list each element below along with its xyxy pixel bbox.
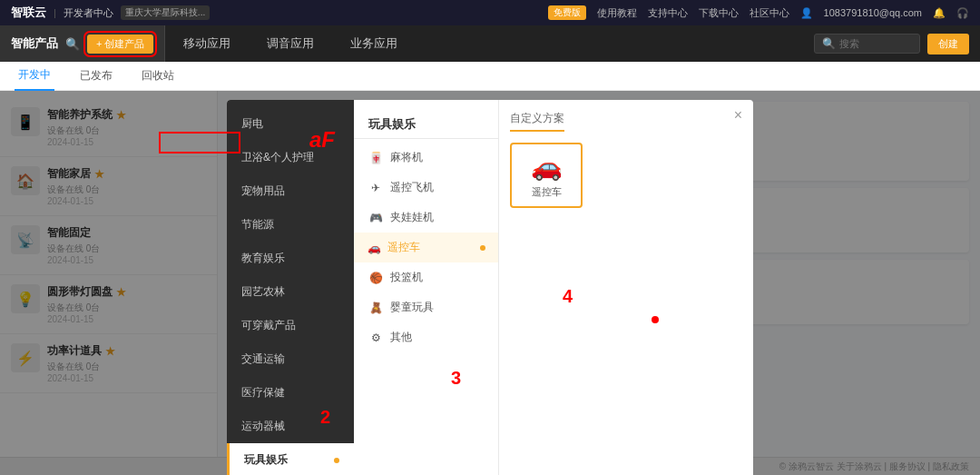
- sub-cat-claw[interactable]: 🎮 夹娃娃机: [354, 203, 498, 233]
- main-content: 📱 智能养护系统 ★ 设备在线 0台 2024-01-15 🏠 智能家居 ★ 设…: [0, 91, 980, 475]
- separator: |: [54, 7, 56, 18]
- cat-item-pet[interactable]: 宠物用品: [227, 174, 354, 208]
- user-icon: 👤: [800, 7, 813, 19]
- user-email[interactable]: 1083791810@qq.com: [824, 7, 922, 18]
- cat-item-toys[interactable]: 玩具娱乐: [227, 443, 354, 475]
- rc-car-label-row: 遥控车: [387, 240, 485, 255]
- rc-car-icon: 🚗: [367, 241, 382, 255]
- modal-close-button[interactable]: ×: [734, 107, 742, 124]
- cat-item-energy[interactable]: 节能源: [227, 208, 354, 242]
- sub-cat-plane[interactable]: ✈ 遥控飞机: [354, 173, 498, 203]
- cat-item-transport[interactable]: 交通运输: [227, 342, 354, 376]
- community-link[interactable]: 社区中心: [750, 6, 789, 20]
- sub-cat-other[interactable]: ⚙ 其他: [354, 322, 498, 352]
- nav-bar: 智能产品 🔍 + 创建产品 移动应用 调音应用 业务应用 🔍 创建: [0, 25, 980, 62]
- mid-panel-title: 玩具娱乐: [354, 107, 498, 139]
- nav-left-section: 智能产品 🔍 + 创建产品: [0, 25, 165, 62]
- category-mid-panel: 玩具娱乐 🀄 麻将机 ✈ 遥控飞机 🎮 夹娃娃机 🚗 遥控车: [354, 100, 499, 475]
- nav-biz-app[interactable]: 业务应用: [350, 35, 397, 52]
- nav-search-icon[interactable]: 🔍: [65, 37, 80, 51]
- nav-mini-app[interactable]: 调音应用: [267, 35, 314, 52]
- free-badge: 免费版: [548, 5, 586, 20]
- cat-active-dot: [334, 458, 339, 463]
- cat-item-education[interactable]: 教育娱乐: [227, 242, 354, 275]
- product-card-rc-car[interactable]: 🚗 遥控车: [510, 143, 583, 208]
- category-modal: × 厨电 卫浴&个人护理 宠物用品 节能源 教育娱乐 园艺农林 可穿戴产品 交通…: [227, 100, 753, 475]
- download-link[interactable]: 下载中心: [699, 6, 739, 20]
- sub-cat-baby-toys[interactable]: 🧸 婴童玩具: [354, 292, 498, 322]
- sub-cat-basketball[interactable]: 🏀 投篮机: [354, 262, 498, 292]
- sub-cat-mahjong[interactable]: 🀄 麻将机: [354, 143, 498, 173]
- product-rc-car-name: 遥控车: [532, 185, 562, 199]
- cat-item-sports[interactable]: 运动器械: [227, 410, 354, 443]
- create-button-right[interactable]: 创建: [927, 34, 969, 54]
- top-search-box[interactable]: 🔍: [814, 34, 920, 54]
- tutorial-link[interactable]: 使用教程: [597, 6, 637, 20]
- baby-toys-icon: 🧸: [367, 301, 385, 315]
- tab-recycle[interactable]: 回收站: [138, 62, 178, 91]
- school-tag: 重庆大学星际科技...: [121, 5, 210, 20]
- search-right-input[interactable]: [839, 38, 912, 49]
- nav-products-title: 智能产品: [11, 35, 58, 52]
- product-rc-car-icon: 🚗: [531, 152, 563, 182]
- nav-center-links: 移动应用 调音应用 业务应用: [165, 25, 814, 62]
- header-right: 免费版 使用教程 支持中心 下载中心 社区中心 👤 1083791810@qq.…: [548, 5, 969, 20]
- bell-icon[interactable]: 🔔: [933, 7, 946, 19]
- header-left: 智联云 | 开发者中心 重庆大学星际科技...: [11, 5, 210, 21]
- other-icon: ⚙: [367, 331, 385, 345]
- cat-item-garden[interactable]: 园艺农林: [227, 275, 354, 309]
- nav-right-section: 🔍 创建: [814, 34, 980, 54]
- top-header: 智联云 | 开发者中心 重庆大学星际科技... 免费版 使用教程 支持中心 下载…: [0, 0, 980, 25]
- claw-icon: 🎮: [367, 211, 385, 225]
- category-right-panel: 自定义方案 🚗 遥控车: [499, 100, 753, 475]
- tab-developing[interactable]: 开发中: [15, 62, 54, 91]
- modal-overlay[interactable]: × 厨电 卫浴&个人护理 宠物用品 节能源 教育娱乐 园艺农林 可穿戴产品 交通…: [0, 91, 980, 475]
- sub-tabs-bar: 开发中 已发布 回收站: [0, 62, 980, 91]
- category-left-panel: 厨电 卫浴&个人护理 宠物用品 节能源 教育娱乐 园艺农林 可穿戴产品 交通运输…: [227, 100, 354, 475]
- add-product-button[interactable]: + 创建产品: [87, 35, 153, 54]
- support-link[interactable]: 支持中心: [648, 6, 688, 20]
- headset-icon[interactable]: 🎧: [956, 7, 969, 19]
- sub-cat-active-dot: [480, 245, 485, 251]
- plane-icon: ✈: [367, 181, 385, 195]
- basketball-icon: 🏀: [367, 271, 385, 285]
- cat-item-kitchen[interactable]: 厨电: [227, 107, 354, 141]
- mahjong-icon: 🀄: [367, 151, 385, 165]
- logo: 智联云: [11, 5, 46, 21]
- cat-item-bathroom[interactable]: 卫浴&个人护理: [227, 141, 354, 174]
- tab-published[interactable]: 已发布: [76, 62, 116, 91]
- sub-cat-rc-car[interactable]: 🚗 遥控车: [354, 233, 498, 262]
- dev-center-link[interactable]: 开发者中心: [64, 6, 113, 20]
- nav-mobile-app[interactable]: 移动应用: [183, 35, 230, 52]
- search-right-icon: 🔍: [822, 37, 836, 50]
- product-grid: 🚗 遥控车: [510, 143, 742, 208]
- cat-item-wearable[interactable]: 可穿戴产品: [227, 309, 354, 342]
- cat-item-medical[interactable]: 医疗保健: [227, 376, 354, 410]
- right-panel-title: 自定义方案: [510, 111, 564, 132]
